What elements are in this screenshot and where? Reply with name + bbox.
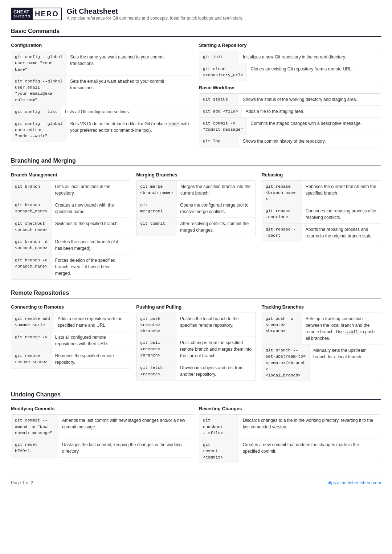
table-row: git config --globalcore.editor"code --wa… [11,118,193,142]
command-cell: git merge<branch_name> [136,181,177,199]
command-cell: git resetHEAD~1 [11,439,58,457]
starting-repo-table: git init Initializes a new Git repositor… [199,51,381,81]
command-cell: git config --globaluser.email"your_email… [11,76,66,106]
desc-cell: Commits the staged changes with a descri… [247,118,381,135]
table-row: git commit --amend -m "Newcommit message… [11,415,193,439]
configuration-title: Configuration [11,42,193,48]
branch-management-block: Branch Management git branch Lists all l… [11,171,130,282]
logo-sheets: SHEETS [13,15,31,19]
desc-cell: Opens the configured merge tool to resol… [176,199,255,217]
branch-mgmt-table: git branch Lists all local branches in t… [11,180,130,280]
table-row: git rebase --continue Continues the reba… [262,205,381,224]
desc-cell: Aborts the rebasing process and returns … [302,224,381,242]
table-row: gitcheckout -- <file> Discards changes t… [199,415,381,439]
desc-cell: Merges the specified branch into the cur… [177,181,256,199]
desc-cell: Sets the email you want attached to your… [66,76,193,106]
right-basic-block: Starting a Repository git init Initializ… [199,41,381,150]
page-title: Git Cheatsheet [67,7,244,16]
configuration-block: Configuration git config --globaluser.na… [11,41,193,150]
command-cell: git branch<branch_name> [11,199,52,217]
table-row: git resetHEAD~1 Unstages the last commit… [11,439,193,457]
pushing-pulling-block: Pushing and Pulling git push<remote><bra… [136,303,256,384]
table-row: git fetch<remote> Downloads objects and … [136,362,255,380]
desc-cell: Sets the name you want attached to your … [66,51,193,75]
desc-cell: Switches to the specified branch. [52,218,130,236]
connecting-block: Connecting to Remotes git remote add<nam… [11,303,130,384]
desc-cell: Adds a file to the staging area. [242,106,381,117]
table-row: git status Shows the status of the worki… [199,94,381,106]
command-cell: git status [199,94,239,105]
basic-workflow-title: Basic Workflow [199,85,381,90]
command-cell: git add <file> [199,106,242,117]
command-cell: gitcheckout -- <file> [199,415,239,439]
modifying-commits-table: git commit --amend -m "Newcommit message… [11,414,193,457]
command-cell: gitmergetool [136,199,176,217]
tracking-table: git push -u<remote><branch> Sets up a tr… [262,313,381,382]
command-cell: git branch -D<branch_name> [11,254,52,279]
merging-block: Merging Branches git merge<branch_name> … [136,171,256,282]
footer-link[interactable]: https://cheatsheetshero.com [326,480,381,485]
desc-cell: Deletes the specified branch (if it has … [52,236,130,254]
logo-left: CHEAT SHEETS [12,8,33,19]
table-row: git commit After resolving conflicts, co… [136,218,255,236]
desc-cell: Unstages the last commit, keeping the ch… [58,439,193,457]
table-row: git branch -d<branch_name> Deletes the s… [11,236,130,254]
table-row: git branch Lists all local branches in t… [11,181,130,199]
command-cell: git rebase --continue [262,205,302,223]
command-cell: git push -u<remote><branch> [262,313,302,345]
desc-cell: Creates a new commit that undoes the cha… [239,439,381,463]
desc-cell: Forces deletion of the specified branch,… [52,254,130,279]
table-row: git branch --set-upstream-to=<remote>/<b… [262,345,381,381]
section-branching: Branching and Merging [11,158,381,166]
desc-cell: Lists all configured remote repositories… [52,331,130,350]
desc-cell: Discards changes to a file in the workin… [239,415,381,439]
desc-cell: Pushes the local branch to the specified… [176,313,255,337]
header-title-block: Git Cheatsheet A concise reference for G… [67,7,244,21]
table-row: git config --list Lists all Git configur… [11,106,193,118]
desc-cell: Sets VS Code as the default editor for G… [66,118,193,142]
table-row: git push<remote><branch> Pushes the loca… [136,313,255,337]
desc-cell: Downloads objects and refs from another … [176,362,255,380]
table-row: git config --globaluser.email"your_email… [11,76,193,106]
tracking-block: Tracking Branches git push -u<remote><br… [262,303,381,384]
table-row: git branch -D<branch_name> Forces deleti… [11,254,130,279]
section-basic-commands: Basic Commands [11,28,381,37]
table-row: git checkout<branch_name> Switches to th… [11,218,130,236]
rebasing-table: git rebase<branch_name> Rebases the curr… [262,180,381,242]
command-cell: git pull<remote><branch> [136,337,176,362]
command-cell: git config --globalcore.editor"code --wa… [11,118,66,142]
reverting-block: Reverting Changes gitcheckout -- <file> … [199,404,381,466]
desc-cell: Initializes a new Git repository in the … [239,51,381,63]
command-cell: git rebase --abort [262,224,302,242]
desc-cell: Adds a remote repository with the specif… [54,313,130,331]
command-cell: git init [199,51,239,63]
command-cell: git rebase<branch_name> [262,181,302,205]
basic-workflow-table: git status Shows the status of the worki… [199,93,381,148]
table-row: git remote -v Lists all configured remot… [11,331,130,350]
page-header: CHEAT SHEETS HERO Git Cheatsheet A conci… [11,7,381,21]
modifying-commits-title: Modifying Commits [11,406,193,411]
tracking-title: Tracking Branches [262,304,381,310]
branch-mgmt-title: Branch Management [11,172,130,178]
modifying-commits-block: Modifying Commits git commit --amend -m … [11,404,193,466]
desc-cell: Shows the status of the working director… [239,94,381,105]
desc-cell: After resolving conflicts, commit the me… [176,218,255,236]
pushing-pulling-table: git push<remote><branch> Pushes the loca… [136,313,256,381]
connecting-table: git remote add<name> <url> Adds a remote… [11,313,130,368]
page-subtitle: A concise reference for Git commands and… [67,16,244,21]
command-cell: git commit -m"Commit message" [199,118,247,135]
reverting-table: gitcheckout -- <file> Discards changes t… [199,414,381,463]
command-cell: git branch [11,181,51,199]
table-row: git remoteremove <name> Removes the spec… [11,350,130,368]
table-row: git rebase --abort Aborts the rebasing p… [262,224,381,242]
command-cell: git clone<repository_url> [199,63,247,81]
command-cell: git branch -d<branch_name> [11,236,52,254]
table-row: git push -u<remote><branch> Sets up a tr… [262,313,381,345]
command-cell: git commit [136,218,176,236]
table-row: git pull<remote><branch> Pulls changes f… [136,337,255,362]
table-row: git rebase<branch_name> Rebases the curr… [262,181,381,205]
table-row: git commit -m"Commit message" Commits th… [199,118,381,136]
rebasing-block: Rebasing git rebase<branch_name> Rebases… [262,171,381,282]
desc-cell: Amends the last commit with new staged c… [58,415,193,439]
command-cell: git remoteremove <name> [11,350,52,368]
